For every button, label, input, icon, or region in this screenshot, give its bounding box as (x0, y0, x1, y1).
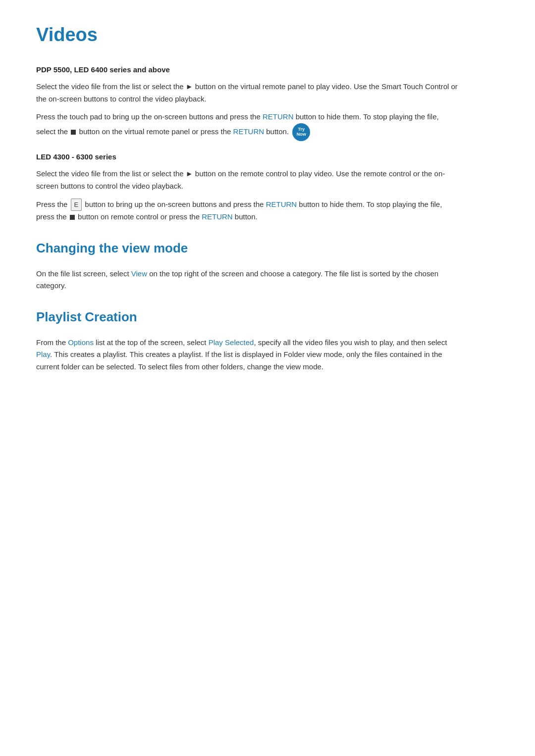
page-container: Videos PDP 5500, LED 6400 series and abo… (0, 0, 495, 413)
view-mode-para: On the file list screen, select View on … (36, 268, 459, 293)
e-button: E (71, 199, 82, 211)
pdp-para1: Select the video file from the list or s… (36, 81, 459, 105)
view-mode-section: Changing the view mode On the file list … (36, 238, 459, 292)
pdp-section: PDP 5500, LED 6400 series and above Sele… (36, 64, 459, 141)
playlist-title: Playlist Creation (36, 307, 459, 328)
try-now-badge: TryNow (292, 123, 310, 141)
led-heading: LED 4300 - 6300 series (36, 151, 459, 163)
led-para2: Press the E button to bring up the on-sc… (36, 199, 459, 224)
pdp-heading: PDP 5500, LED 6400 series and above (36, 64, 459, 76)
return-link-4: RETURN (202, 212, 233, 221)
return-link-1: RETURN (263, 112, 294, 121)
led-section: LED 4300 - 6300 series Select the video … (36, 151, 459, 223)
return-link-3: RETURN (266, 200, 297, 208)
stop-icon-2 (70, 215, 75, 220)
playlist-section: Playlist Creation From the Options list … (36, 307, 459, 373)
play-link: Play (36, 350, 50, 358)
return-link-2: RETURN (233, 127, 265, 136)
playlist-para: From the Options list at the top of the … (36, 337, 459, 373)
view-link: View (131, 269, 147, 278)
page-title: Videos (36, 20, 459, 50)
stop-icon-1 (71, 130, 76, 135)
led-para1: Select the video file from the list or s… (36, 168, 459, 193)
options-link: Options (68, 338, 94, 347)
view-mode-title: Changing the view mode (36, 238, 459, 259)
play-selected-link: Play Selected (209, 338, 254, 347)
pdp-para2: Press the touch pad to bring up the on-s… (36, 111, 459, 141)
